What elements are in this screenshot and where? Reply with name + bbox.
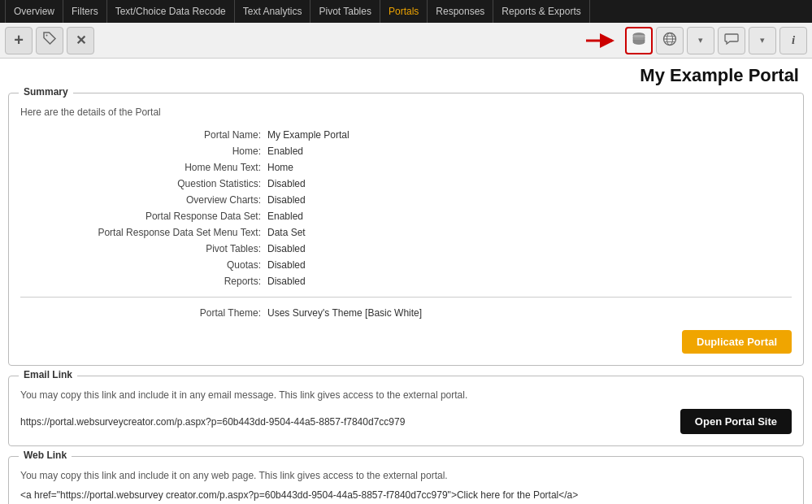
summary-intro: Here are the details of the Portal — [20, 106, 792, 118]
nav-item-responses[interactable]: Responses — [428, 0, 493, 23]
web-link-panel: Web Link You may copy this link and incl… — [8, 456, 804, 504]
nav-item-overview[interactable]: Overview — [5, 0, 63, 23]
delete-icon: ✕ — [76, 33, 86, 48]
database-button[interactable] — [625, 27, 653, 54]
add-icon: + — [14, 31, 24, 50]
globe-icon — [662, 31, 678, 50]
summary-table: Portal Name: My Example Portal Home: Ena… — [20, 126, 792, 290]
nav-item-filters[interactable]: Filters — [63, 0, 107, 23]
field-value: Enabled — [267, 144, 790, 159]
email-link-legend: Email Link — [19, 369, 77, 380]
table-row: Pivot Tables: Disabled — [22, 241, 790, 256]
field-value: My Example Portal — [267, 128, 790, 142]
chevron-down-speech-button[interactable]: ▾ — [749, 27, 776, 54]
delete-button[interactable]: ✕ — [67, 27, 94, 54]
theme-value: Uses Survey's Theme [Basic White] — [267, 306, 790, 320]
speech-icon — [723, 31, 740, 50]
theme-row: Portal Theme: Uses Survey's Theme [Basic… — [22, 306, 790, 320]
nav-item-text-choice[interactable]: Text/Choice Data Recode — [107, 0, 235, 23]
main-content: Summary Here are the details of the Port… — [0, 89, 812, 504]
table-row: Portal Name: My Example Portal — [22, 128, 790, 142]
table-row: Overview Charts: Disabled — [22, 193, 790, 207]
summary-action-row: Duplicate Portal — [20, 330, 792, 354]
arrow-indicator — [584, 31, 617, 50]
nav-item-pivot-tables[interactable]: Pivot Tables — [310, 0, 380, 23]
nav-item-text-analytics[interactable]: Text Analytics — [235, 0, 311, 23]
field-value: Data Set — [267, 225, 790, 240]
chevron-down-globe-button[interactable]: ▾ — [687, 27, 714, 54]
theme-table: Portal Theme: Uses Survey's Theme [Basic… — [20, 304, 792, 322]
field-value: Home — [267, 160, 790, 175]
field-label: Overview Charts: — [22, 193, 266, 207]
web-link-row: <a href="https://portal.websurvey creato… — [20, 489, 792, 501]
field-value: Enabled — [267, 209, 790, 224]
theme-label: Portal Theme: — [22, 306, 266, 320]
page-title: My Example Portal — [0, 59, 812, 89]
tag-button[interactable] — [36, 27, 63, 54]
field-label: Home Menu Text: — [22, 160, 266, 175]
chevron-down-icon: ▾ — [698, 35, 703, 46]
table-row: Reports: Disabled — [22, 274, 790, 289]
email-link-url: https://portal.websurveycreator.com/p.as… — [20, 416, 405, 428]
chevron-down-2-icon: ▾ — [760, 35, 765, 46]
open-portal-site-button[interactable]: Open Portal Site — [680, 409, 792, 434]
field-value: Disabled — [267, 176, 790, 191]
table-row: Portal Response Data Set: Enabled — [22, 209, 790, 224]
email-link-row: https://portal.websurveycreator.com/p.as… — [20, 409, 792, 434]
top-nav: Overview Filters Text/Choice Data Recode… — [0, 0, 812, 23]
web-link-code: <a href="https://portal.websurvey creato… — [20, 489, 578, 501]
info-button[interactable]: i — [779, 27, 807, 54]
field-value: Disabled — [267, 258, 790, 272]
open-portal-btn-area: Open Portal Site — [680, 409, 792, 434]
field-label: Portal Name: — [22, 128, 266, 142]
table-row: Home: Enabled — [22, 144, 790, 159]
summary-divider — [20, 297, 792, 298]
field-label: Home: — [22, 144, 266, 159]
duplicate-portal-button[interactable]: Duplicate Portal — [682, 330, 792, 354]
table-row: Question Statistics: Disabled — [22, 176, 790, 191]
field-value: Disabled — [267, 193, 790, 207]
database-icon — [631, 31, 647, 50]
email-link-panel: Email Link You may copy this link and in… — [8, 376, 804, 446]
table-row: Portal Response Data Set Menu Text: Data… — [22, 225, 790, 240]
toolbar: + ✕ — [0, 23, 812, 59]
field-label: Reports: — [22, 274, 266, 289]
nav-item-reports[interactable]: Reports & Exports — [493, 0, 589, 23]
field-label: Pivot Tables: — [22, 241, 266, 256]
field-value: Disabled — [267, 274, 790, 289]
tag-icon — [41, 30, 58, 50]
summary-panel: Summary Here are the details of the Port… — [8, 93, 804, 366]
nav-item-portals[interactable]: Portals — [380, 0, 428, 23]
web-link-legend: Web Link — [19, 450, 72, 461]
field-label: Question Statistics: — [22, 176, 266, 191]
toolbar-right-group: ▾ ▾ i — [584, 27, 807, 54]
field-label: Portal Response Data Set Menu Text: — [22, 225, 266, 240]
speech-button[interactable] — [718, 27, 745, 54]
table-row: Home Menu Text: Home — [22, 160, 790, 175]
field-label: Portal Response Data Set: — [22, 209, 266, 224]
summary-legend: Summary — [19, 86, 73, 98]
svg-point-0 — [46, 35, 48, 37]
field-value: Disabled — [267, 241, 790, 256]
email-link-intro: You may copy this link and include it in… — [20, 389, 792, 401]
globe-button[interactable] — [656, 27, 684, 54]
add-button[interactable]: + — [5, 27, 33, 54]
table-row: Quotas: Disabled — [22, 258, 790, 272]
field-label: Quotas: — [22, 258, 266, 272]
web-link-intro: You may copy this link and include it on… — [20, 470, 792, 481]
info-icon: i — [792, 33, 795, 47]
